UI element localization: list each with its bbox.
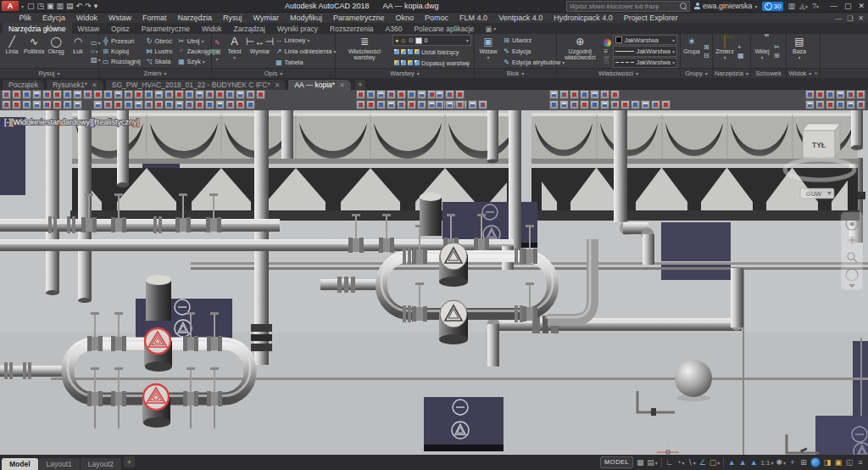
object-color-select[interactable]: JakWarstwa ▾ xyxy=(613,35,677,45)
doc-close-button[interactable]: ✕ xyxy=(858,14,864,22)
toolbar-icon[interactable] xyxy=(246,90,255,99)
toolbar-icon[interactable] xyxy=(2,100,11,109)
toolbar-icon[interactable] xyxy=(570,90,579,99)
ungroup-icon[interactable]: ⊞ xyxy=(704,44,709,51)
qat-plot-icon[interactable]: ▤ xyxy=(66,1,74,11)
ribbon-tab-opisz[interactable]: Opisz xyxy=(105,23,136,34)
toolbar-icon[interactable] xyxy=(53,90,62,99)
customization-menu-icon[interactable]: ≡ xyxy=(856,458,865,467)
toolbar-icon[interactable] xyxy=(570,100,579,109)
pump-center-2[interactable] xyxy=(439,300,468,344)
ribbon-tab-wstaw[interactable]: Wstaw xyxy=(72,23,106,34)
ribbon-tab-wyniki-pracy[interactable]: Wyniki pracy xyxy=(271,23,324,34)
menu-item-plik[interactable]: Plik xyxy=(14,14,37,22)
exchange-apps-icon[interactable]: ◬▾ xyxy=(799,2,808,10)
new-layout-button[interactable]: + xyxy=(124,456,135,467)
menu-item-rysuj[interactable]: Rysuj xyxy=(218,14,248,22)
menu-item-wstaw[interactable]: Wstaw xyxy=(103,14,137,22)
toolbar-icon[interactable] xyxy=(641,100,650,109)
toolbar-icon[interactable] xyxy=(256,90,265,99)
menu-item-project-explorer[interactable]: Project Explorer xyxy=(618,14,683,22)
layout-tab-model[interactable]: Model xyxy=(2,458,38,470)
ribbon-tab-narzędzia-główne[interactable]: Narzędzia główne xyxy=(3,23,72,34)
ribbon-tab-zarządzaj[interactable]: Zarządzaj xyxy=(228,23,271,34)
toolbar-icon[interactable] xyxy=(376,100,386,109)
cut-icon[interactable]: ✂ xyxy=(774,44,780,51)
toolbar-icon[interactable] xyxy=(478,100,487,109)
toolbar-icon[interactable] xyxy=(185,100,194,109)
menu-item-pomoc[interactable]: Pomoc xyxy=(420,14,454,22)
linetype-list-icon[interactable]: ≡ xyxy=(604,48,611,55)
menu-item-wymiar[interactable]: Wymiar xyxy=(248,14,284,22)
menu-item-okno[interactable]: Okno xyxy=(390,14,420,22)
toolbar-icon[interactable] xyxy=(134,100,143,109)
new-drawing-tab-button[interactable]: + xyxy=(355,80,365,90)
toolbar-icon[interactable] xyxy=(114,90,123,99)
layout-tab-layout1[interactable]: Layout1 xyxy=(39,458,80,470)
annotation-monitor-icon[interactable]: + xyxy=(788,458,797,467)
insert-block-button[interactable]: ▣ Wstaw ▾ xyxy=(476,35,501,68)
toolbar-icon[interactable] xyxy=(805,90,815,99)
annotation-autoscale-icon[interactable]: ▲ xyxy=(738,458,747,467)
toolbar-icon[interactable] xyxy=(63,100,72,109)
annotation-visibility-icon[interactable]: ▲ xyxy=(727,458,736,467)
modify-lustro-button[interactable]: ⋈Lustro xyxy=(144,47,175,57)
protractor-tool[interactable]: ◔ xyxy=(214,57,221,64)
dimension-button[interactable]: ⊢↔⊣ Wymiar xyxy=(247,35,274,68)
clean-screen-icon[interactable]: ◱ xyxy=(845,458,854,467)
zmien-panel-label[interactable]: Zmień▾ xyxy=(99,68,211,78)
print-style-tool[interactable]: ▤ xyxy=(214,48,221,55)
toolbar-icon[interactable] xyxy=(124,100,133,109)
toolbar-icon[interactable] xyxy=(805,100,815,109)
toolbar-icon[interactable] xyxy=(376,90,386,99)
paste-button[interactable]: Wklej ▾ xyxy=(752,35,772,68)
toolbar-icon[interactable] xyxy=(549,90,559,99)
toolbar-icon[interactable] xyxy=(42,100,52,109)
group-button[interactable]: ✶ Grupa xyxy=(682,35,702,68)
qat-saveas-icon[interactable]: ▥ xyxy=(57,1,64,11)
toolbar-icon[interactable] xyxy=(387,90,396,99)
toolbar-icon[interactable] xyxy=(154,100,164,109)
close-tab-icon[interactable]: ✕ xyxy=(92,81,97,89)
workspace-gear-icon[interactable]: ✱▾ xyxy=(776,458,786,467)
toolbar-icon[interactable] xyxy=(580,90,589,99)
base-view-button[interactable]: ▤ Baza ▾ xyxy=(787,35,811,68)
toolbar-icon[interactable] xyxy=(12,90,21,99)
toolbar-icon[interactable] xyxy=(559,100,569,109)
ribbon-tab-rozszerzenia[interactable]: Rozszerzenia xyxy=(324,23,380,34)
user-account[interactable]: ewa.giniewska ▾ xyxy=(694,2,758,10)
toolbar-icon[interactable] xyxy=(856,90,865,99)
toolbar-icon[interactable] xyxy=(144,100,153,109)
grupy-panel-label[interactable]: Grupy▾ xyxy=(681,68,712,78)
toolbar-icon[interactable] xyxy=(195,90,204,99)
ribbon-tab-parametryczne[interactable]: Parametryczne xyxy=(136,23,196,34)
toolbar-icon[interactable] xyxy=(236,100,245,109)
transparency-icon[interactable]: ▒ xyxy=(604,57,611,64)
viewport-canvas[interactable]: TYŁ GUW xyxy=(0,110,868,455)
menu-item-hydronicpack-4-0[interactable]: Hydronicpack 4.0 xyxy=(548,14,619,22)
isoplane-icon[interactable]: ∖▾ xyxy=(687,458,696,467)
model-space-view[interactable]: TYŁ GUW xyxy=(0,110,868,455)
toolbar-icon[interactable] xyxy=(93,100,103,109)
toolbar-icon[interactable] xyxy=(445,100,454,109)
ribbon-options[interactable]: ▣▾ xyxy=(480,23,496,34)
ortho-mode-icon[interactable]: ∟ xyxy=(665,458,674,467)
app-store-cart-icon[interactable]: ▥ xyxy=(787,2,795,10)
toolbar-icon[interactable] xyxy=(73,90,82,99)
menu-item-narzędzia[interactable]: Narzędzia xyxy=(172,14,218,22)
hardware-accel-icon[interactable]: ▣ xyxy=(834,458,843,467)
toolbar-icon[interactable] xyxy=(631,100,640,109)
toolbar-icon[interactable] xyxy=(215,90,225,99)
autocad-logo[interactable]: A xyxy=(2,1,19,11)
close-tab-icon[interactable]: ✕ xyxy=(339,81,345,89)
toolbar-icon[interactable] xyxy=(356,100,365,109)
graphics-performance-icon[interactable] xyxy=(810,457,821,467)
toolbar-icon[interactable] xyxy=(32,90,42,99)
toolbar-icon[interactable] xyxy=(856,100,865,109)
menu-item-edycja[interactable]: Edycja xyxy=(37,14,71,22)
toolbar-icon[interactable] xyxy=(175,100,184,109)
drawing-tab-rysunek1[interactable]: Rysunek1*✕ xyxy=(46,79,104,90)
notification-badge[interactable]: 30 xyxy=(762,2,784,11)
circle-button[interactable]: ◯ Okrąg xyxy=(45,35,67,68)
menu-item-widok[interactable]: Widok xyxy=(71,14,103,22)
